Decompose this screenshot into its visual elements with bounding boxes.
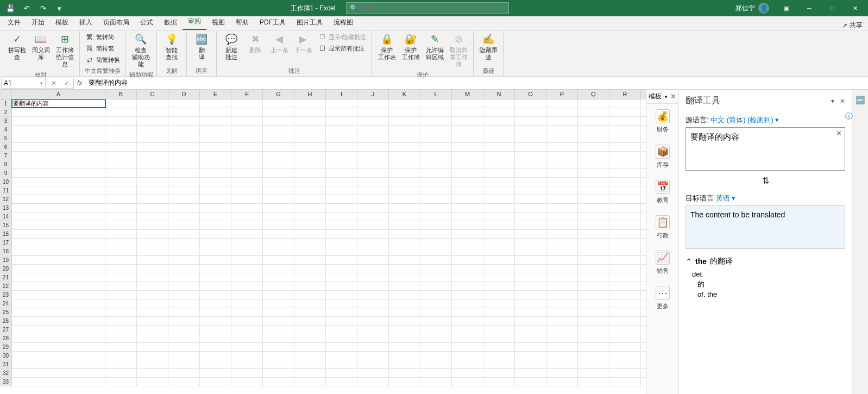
cell[interactable] <box>420 126 452 134</box>
cell[interactable] <box>389 221 420 229</box>
cell[interactable] <box>452 369 483 377</box>
cell[interactable] <box>420 221 452 229</box>
cell[interactable] <box>578 195 609 203</box>
cell[interactable] <box>105 317 137 325</box>
cell[interactable] <box>357 178 389 186</box>
cell[interactable] <box>483 134 515 142</box>
cell[interactable] <box>231 369 263 377</box>
cell[interactable] <box>12 308 105 316</box>
cell[interactable] <box>168 360 200 368</box>
close-icon[interactable]: ✕ <box>844 0 866 16</box>
cell[interactable] <box>578 134 609 142</box>
cell[interactable] <box>231 334 263 342</box>
ribbon-智能查找-button[interactable]: 💡智能查找 <box>160 32 183 62</box>
cell[interactable] <box>200 273 231 282</box>
cell[interactable] <box>263 326 294 334</box>
cell[interactable] <box>578 352 609 360</box>
cell[interactable] <box>326 308 357 316</box>
row-header[interactable]: 33 <box>0 378 12 386</box>
cell[interactable] <box>231 308 263 316</box>
cell[interactable] <box>483 369 515 377</box>
cell[interactable] <box>200 291 231 299</box>
cell[interactable] <box>389 299 420 308</box>
cell[interactable] <box>546 204 578 212</box>
cell[interactable] <box>515 195 546 203</box>
cell[interactable] <box>294 299 326 308</box>
cell[interactable]: 要翻译的内容 <box>12 99 105 108</box>
cell[interactable] <box>168 212 200 221</box>
cell[interactable] <box>168 317 200 325</box>
row-header[interactable]: 9 <box>0 169 12 177</box>
tab-视图[interactable]: 视图 <box>206 15 230 30</box>
cell[interactable] <box>294 334 326 342</box>
close-icon[interactable]: ✕ <box>670 92 676 101</box>
cell[interactable] <box>326 195 357 203</box>
cell[interactable] <box>231 212 263 221</box>
row-header[interactable]: 28 <box>0 334 12 342</box>
cell[interactable] <box>200 352 231 360</box>
cell[interactable] <box>357 326 389 334</box>
cell[interactable] <box>231 143 263 151</box>
cell[interactable] <box>326 108 357 116</box>
column-header[interactable]: P <box>546 90 578 99</box>
cell[interactable] <box>578 143 609 151</box>
cell[interactable] <box>483 265 515 273</box>
row-header[interactable]: 29 <box>0 343 12 351</box>
cell[interactable] <box>546 326 578 334</box>
cell[interactable] <box>105 308 137 316</box>
minimize-icon[interactable]: ─ <box>798 0 820 16</box>
cell[interactable] <box>515 299 546 308</box>
cell[interactable] <box>231 99 263 108</box>
cell[interactable] <box>168 369 200 377</box>
cell[interactable] <box>357 126 389 134</box>
cell[interactable] <box>168 299 200 308</box>
row-header[interactable]: 3 <box>0 117 12 125</box>
cell[interactable] <box>452 117 483 125</box>
cell[interactable] <box>231 221 263 229</box>
cell[interactable] <box>515 212 546 221</box>
cell[interactable] <box>263 143 294 151</box>
cell[interactable] <box>483 360 515 368</box>
cell[interactable] <box>168 334 200 342</box>
cell[interactable] <box>263 378 294 386</box>
cell[interactable] <box>452 378 483 386</box>
cell[interactable] <box>137 195 168 203</box>
row-header[interactable]: 7 <box>0 152 12 160</box>
cell[interactable] <box>200 169 231 177</box>
ribbon-同义词库-button[interactable]: 📖同义词库 <box>29 32 52 62</box>
cell[interactable] <box>578 247 609 255</box>
cell[interactable] <box>420 299 452 308</box>
cell[interactable] <box>200 134 231 142</box>
cell[interactable] <box>105 256 137 264</box>
cell[interactable] <box>168 169 200 177</box>
cell[interactable] <box>515 230 546 238</box>
cell[interactable] <box>420 326 452 334</box>
cell[interactable] <box>357 143 389 151</box>
cell[interactable] <box>609 265 641 273</box>
row-header[interactable]: 15 <box>0 221 12 229</box>
row-header[interactable]: 19 <box>0 256 12 264</box>
cell[interactable] <box>294 134 326 142</box>
cell[interactable] <box>137 126 168 134</box>
cell[interactable] <box>105 126 137 134</box>
cell[interactable] <box>483 334 515 342</box>
cell[interactable] <box>483 352 515 360</box>
cell[interactable] <box>263 195 294 203</box>
cell[interactable] <box>231 169 263 177</box>
template-item-库存[interactable]: 📦库存 <box>646 139 678 174</box>
cell[interactable] <box>578 265 609 273</box>
cell[interactable] <box>231 360 263 368</box>
cell[interactable] <box>578 186 609 195</box>
cell[interactable] <box>326 256 357 264</box>
cell[interactable] <box>578 308 609 316</box>
cell[interactable] <box>105 299 137 308</box>
close-icon[interactable]: ✕ <box>840 97 845 105</box>
cell[interactable] <box>546 117 578 125</box>
cell[interactable] <box>578 117 609 125</box>
cell[interactable] <box>263 169 294 177</box>
cell[interactable] <box>326 378 357 386</box>
ribbon-保护工作簿-button[interactable]: 🔐保护工作簿 <box>399 32 422 62</box>
cell[interactable] <box>515 256 546 264</box>
cell[interactable] <box>389 247 420 255</box>
name-box[interactable]: A1 ▾ <box>1 78 46 89</box>
